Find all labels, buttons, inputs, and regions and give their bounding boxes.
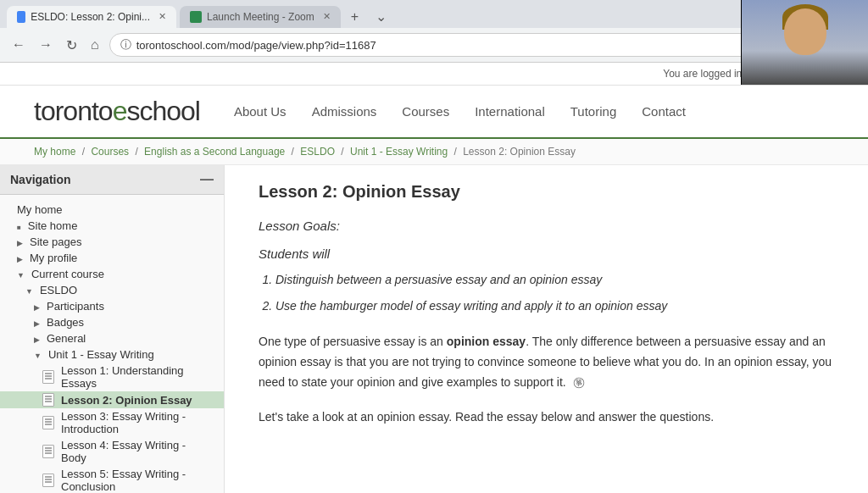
sidebar-arrow-badges (34, 316, 43, 329)
tab-favicon-1 (17, 11, 25, 23)
sidebar-label-site-pages: Site pages (30, 235, 81, 248)
sidebar-bullet-site-home (17, 219, 25, 232)
sidebar-arrow-esldo (25, 284, 36, 296)
nav-courses[interactable]: Courses (402, 104, 449, 119)
students-will-label: Students will (259, 246, 834, 261)
logo-text-post: school (126, 96, 200, 126)
sidebar-label-badges: Badges (47, 316, 84, 329)
webcam-overlay (741, 0, 868, 85)
tab-zoom[interactable]: Launch Meeting - Zoom ✕ (180, 6, 341, 28)
logo-highlight: e (113, 96, 127, 126)
sidebar-label-participants: Participants (47, 300, 104, 313)
nav-tutoring[interactable]: Tutoring (570, 104, 616, 119)
sidebar-label-lesson1: Lesson 1: Understanding Essays (61, 364, 214, 390)
breadcrumb: My home / Courses / English as a Second … (0, 139, 868, 165)
sidebar-collapse-button[interactable]: — (200, 172, 214, 187)
site-logo[interactable]: torontoeschool (34, 96, 200, 127)
sidebar-arrow-my-profile (17, 252, 26, 264)
address-bar[interactable]: ⓘ torontoschool.com/mod/page/view.php?id… (109, 33, 812, 57)
sidebar-label-lesson5: Lesson 5: Essay Writing - Conclusion (61, 468, 214, 493)
tab-esldo[interactable]: ESLDO: Lesson 2: Opini... ✕ (7, 6, 176, 28)
logo-text-pre: toronto (34, 96, 113, 126)
back-button[interactable]: ← (8, 36, 29, 54)
tab-more-button[interactable]: ⌄ (369, 5, 393, 28)
sidebar-item-general[interactable]: General (0, 330, 224, 346)
login-bar: You are logged in as Natalka Vetere Lo (0, 63, 868, 86)
breadcrumb-current: Lesson 2: Opinion Essay (463, 146, 576, 158)
breadcrumb-home[interactable]: My home (34, 146, 75, 158)
sidebar-item-my-profile[interactable]: My profile (0, 250, 224, 266)
sidebar-page-icon-lesson4 (42, 445, 54, 458)
webcam-video (742, 0, 868, 85)
sidebar-page-icon-lesson2 (42, 393, 54, 407)
lesson-objective-1: Distinguish between a persuasive essay a… (275, 271, 834, 289)
sidebar-item-esldo[interactable]: ESLDO (0, 282, 224, 298)
breadcrumb-unit1[interactable]: Unit 1 - Essay Writing (350, 146, 448, 158)
new-tab-button[interactable]: + (344, 6, 365, 28)
sidebar-label-lesson2: Lesson 2: Opinion Essay (61, 394, 192, 407)
sidebar-item-participants[interactable]: Participants (0, 298, 224, 314)
nav-admissions[interactable]: Admissions (312, 104, 377, 119)
content-paragraph-2: Let's take a look at an opinion essay. R… (259, 407, 834, 428)
sidebar-item-unit1[interactable]: Unit 1 - Essay Writing (0, 346, 224, 363)
address-bar-row: ← → ↻ ⌂ ⓘ torontoschool.com/mod/page/vie… (0, 28, 868, 62)
main-layout: Navigation — My home Site home Site page… (0, 165, 868, 493)
lesson-objective-2: Use the hamburger model of essay writing… (275, 297, 834, 315)
sidebar-label-general: General (47, 332, 86, 345)
sidebar-label-lesson4: Lesson 4: Essay Writing - Body (61, 439, 214, 464)
sidebar-title: Navigation (10, 173, 71, 186)
browser-chrome: ESLDO: Lesson 2: Opini... ✕ Launch Meeti… (0, 0, 868, 63)
lesson-goals-label: Lesson Goals: (259, 219, 834, 233)
sidebar-label-esldo: ESLDO (40, 284, 77, 296)
tab-bar: ESLDO: Lesson 2: Opini... ✕ Launch Meeti… (0, 0, 868, 28)
sidebar-item-my-home[interactable]: My home (0, 202, 224, 218)
sidebar-label-unit1: Unit 1 - Essay Writing (48, 348, 154, 361)
breadcrumb-esldo[interactable]: ESLDO (300, 146, 335, 158)
sidebar-label-lesson3: Lesson 3: Essay Writing - Introduction (61, 410, 214, 435)
nav-international[interactable]: International (475, 104, 545, 119)
sidebar-item-lesson5[interactable]: Lesson 5: Essay Writing - Conclusion (0, 466, 224, 493)
breadcrumb-esl[interactable]: English as a Second Language (144, 146, 285, 158)
sidebar-arrow-current-course (17, 268, 28, 280)
sidebar-item-lesson2[interactable]: Lesson 2: Opinion Essay (0, 391, 224, 408)
sidebar-item-current-course[interactable]: Current course (0, 266, 224, 282)
site-header: torontoeschool About Us Admissions Cours… (0, 86, 868, 139)
lesson-objectives-list: Distinguish between a persuasive essay a… (275, 271, 834, 315)
tab-label-2: Launch Meeting - Zoom (207, 11, 314, 23)
sidebar-page-icon-lesson3 (42, 416, 54, 429)
tab-close-1[interactable]: ✕ (159, 11, 166, 22)
sidebar-item-site-home[interactable]: Site home (0, 218, 224, 234)
lesson-title: Lesson 2: Opinion Essay (259, 182, 834, 202)
sidebar-label-current-course: Current course (31, 268, 104, 280)
sidebar-item-site-pages[interactable]: Site pages (0, 234, 224, 250)
sidebar-arrow-site-pages (17, 235, 26, 248)
breadcrumb-courses[interactable]: Courses (91, 146, 129, 158)
sidebar-item-lesson4[interactable]: Lesson 4: Essay Writing - Body (0, 437, 224, 466)
address-text: torontoschool.com/mod/page/view.php?id=1… (136, 39, 784, 52)
sidebar-label-my-profile: My profile (30, 252, 77, 264)
nav-about[interactable]: About Us (234, 104, 287, 119)
sidebar-item-badges[interactable]: Badges (0, 314, 224, 330)
forward-button[interactable]: → (36, 36, 56, 54)
cursor-pointer-icon: ㉇ (573, 373, 587, 390)
sidebar-page-icon-lesson1 (42, 370, 54, 384)
site-nav: About Us Admissions Courses Internationa… (234, 104, 686, 119)
tab-close-2[interactable]: ✕ (323, 11, 331, 22)
lock-icon: ⓘ (120, 37, 131, 53)
sidebar-item-lesson3[interactable]: Lesson 3: Essay Writing - Introduction (0, 408, 224, 437)
content-paragraph-1: One type of persuasive essay is an opini… (259, 332, 834, 392)
sidebar-arrow-unit1 (34, 348, 45, 361)
nav-contact[interactable]: Contact (642, 104, 686, 119)
sidebar-label-my-home: My home (17, 203, 62, 216)
sidebar-header: Navigation — (0, 165, 224, 195)
sidebar-nav: My home Site home Site pages My profile … (0, 195, 224, 493)
sidebar-arrow-general (34, 332, 43, 345)
home-button[interactable]: ⌂ (87, 36, 103, 54)
content-area: Lesson 2: Opinion Essay Lesson Goals: St… (225, 165, 868, 493)
sidebar: Navigation — My home Site home Site page… (0, 165, 225, 493)
sidebar-arrow-participants (34, 300, 43, 313)
bold-opinion-essay: opinion essay (447, 335, 526, 348)
tab-label-1: ESLDO: Lesson 2: Opini... (31, 11, 150, 23)
reload-button[interactable]: ↻ (63, 36, 81, 55)
sidebar-item-lesson1[interactable]: Lesson 1: Understanding Essays (0, 363, 224, 391)
